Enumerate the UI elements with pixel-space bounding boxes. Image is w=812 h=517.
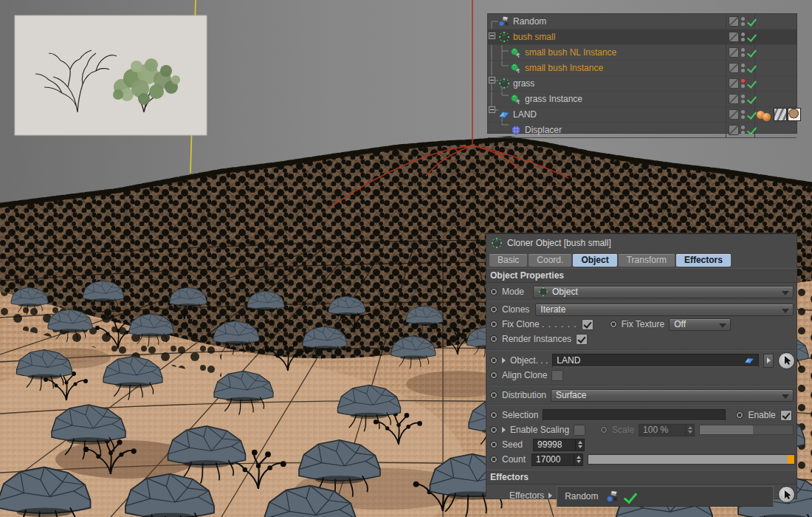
visibility-dots[interactable] [741,95,745,103]
om-row-land[interactable]: LAND [488,107,796,123]
tab-transform[interactable]: Transform [619,254,675,267]
collapse-toggle[interactable] [489,77,495,83]
enabled-check-icon[interactable] [747,47,757,58]
om-row-grass-instance[interactable]: grass Instance [488,92,796,107]
visibility-dots[interactable] [741,110,745,119]
section-header-effectors[interactable]: Effectors [486,470,796,485]
visibility-dots[interactable] [741,48,745,57]
fix-clone-checkbox[interactable] [582,319,593,330]
scale-spinner[interactable]: 100 % [639,424,695,436]
effector-enabled-check-icon[interactable] [623,489,637,503]
enable-scaling-checkbox[interactable] [574,425,585,436]
effectors-picker-button[interactable] [778,486,795,503]
effectors-list[interactable]: Random [557,486,774,507]
texture-tag-thumb[interactable] [788,108,801,121]
keyframe-dot[interactable] [490,357,498,364]
spinner-arrows-icon[interactable] [685,425,694,436]
object-link-field[interactable]: LAND [552,354,759,367]
visibility-dots[interactable] [741,32,745,41]
distribution-dropdown[interactable]: Surface [551,389,794,402]
mode-dropdown[interactable]: Object [533,286,794,298]
expand-triangle-icon[interactable] [502,427,506,433]
cloner-icon [491,237,503,249]
enabled-check-icon[interactable] [747,16,757,27]
render-instances-checkbox[interactable] [576,334,588,345]
clones-row: Clones Iterate [486,302,796,317]
keyframe-dot[interactable] [490,456,498,463]
visibility-dots[interactable] [741,79,745,88]
scale-slider[interactable] [699,425,794,435]
keyframe-dot[interactable] [490,306,498,313]
selection-field[interactable] [543,409,726,421]
spinner-arrows-icon[interactable] [574,454,582,465]
collapse-toggle[interactable] [489,32,495,39]
object-label[interactable]: small bush NL Instance [525,47,616,58]
align-clone-checkbox[interactable] [551,370,563,381]
tab-coord[interactable]: Coord. [529,254,571,267]
enabled-check-icon[interactable] [747,109,757,120]
enabled-check-icon[interactable] [747,32,757,42]
om-row-small-bush-nl-instance[interactable]: small bush NL Instance [488,45,796,61]
object-label[interactable]: grass Instance [525,94,582,104]
keyframe-dot[interactable] [490,288,498,295]
clones-label: Clones [502,304,529,315]
layer-color-toggle[interactable] [729,78,739,89]
object-label[interactable]: grass [513,78,534,89]
texture-tag-thumb[interactable] [774,108,787,121]
enable-checkbox[interactable] [780,410,792,421]
visibility-dots[interactable] [741,64,745,72]
fix-texture-dropdown[interactable]: Off [669,318,731,331]
enabled-check-icon[interactable] [747,63,757,73]
object-label[interactable]: small bush Instance [525,63,603,73]
layer-color-toggle[interactable] [729,63,739,73]
keyframe-dot[interactable] [490,391,498,399]
keyframe-dot[interactable] [490,372,498,379]
enabled-check-icon[interactable] [747,125,757,135]
slider-handle[interactable] [788,455,794,464]
om-row-random[interactable]: Random [488,14,796,30]
object-label[interactable]: Random [513,16,546,27]
collapse-toggle[interactable] [489,106,495,113]
object-tags[interactable] [757,108,801,121]
keyframe-dot[interactable] [736,411,743,419]
om-row-displacer[interactable]: Displacer [488,123,796,138]
layer-color-toggle[interactable] [729,109,739,120]
count-slider[interactable] [588,454,795,465]
enabled-check-icon[interactable] [747,94,757,104]
object-label[interactable]: LAND [513,109,537,120]
om-row-small-bush-instance[interactable]: small bush Instance [488,61,796,76]
layer-color-toggle[interactable] [729,94,739,104]
object-label[interactable]: bush small [513,32,555,42]
visibility-dots[interactable] [741,17,745,26]
om-row-grass[interactable]: grass [488,76,796,92]
object-popup-button[interactable] [763,354,774,368]
layer-color-toggle[interactable] [729,32,739,42]
object-label[interactable]: Displacer [525,125,562,135]
section-header-object-properties[interactable]: Object Properties [486,268,796,283]
keyframe-dot[interactable] [490,335,498,343]
distribution-row: Distribution Surface [486,388,796,403]
keyframe-dot[interactable] [490,441,498,448]
tab-basic[interactable]: Basic [489,254,527,267]
expand-triangle-icon[interactable] [548,493,552,499]
spinner-arrows-icon[interactable] [575,439,584,451]
seed-spinner[interactable]: 99998 [533,439,585,451]
keyframe-dot[interactable] [490,321,498,328]
layer-color-toggle[interactable] [729,125,739,135]
enabled-check-icon[interactable] [747,78,757,89]
tag-sphere-icon[interactable] [763,113,771,121]
keyframe-dot[interactable] [490,426,498,434]
tab-object[interactable]: Object [573,254,616,267]
clones-dropdown[interactable]: Iterate [535,304,794,316]
count-spinner[interactable]: 17000 [531,453,583,466]
layer-color-toggle[interactable] [729,16,739,27]
visibility-dots[interactable] [741,126,745,134]
layer-color-toggle[interactable] [729,47,739,58]
keyframe-dot[interactable] [610,321,617,328]
object-picker-button[interactable] [778,352,795,369]
effector-item-label[interactable]: Random [565,491,598,501]
keyframe-dot[interactable] [490,411,498,419]
tab-effectors[interactable]: Effectors [676,254,731,267]
expand-triangle-icon[interactable] [502,357,506,363]
om-row-bush-small[interactable]: bush small [488,30,796,45]
